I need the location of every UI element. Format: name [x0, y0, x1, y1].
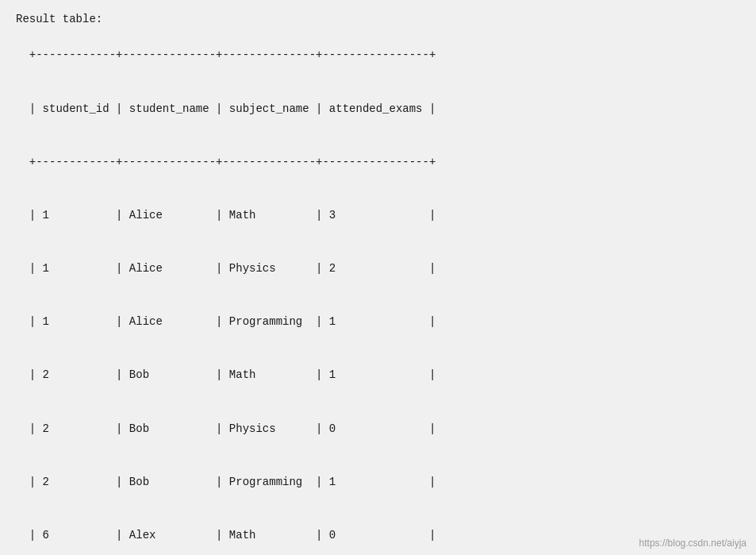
table-row: | 1 | Alice | Math | 3 |: [29, 209, 436, 222]
table-row: | 2 | Bob | Math | 1 |: [29, 368, 436, 381]
table-top-separator: +------------+--------------+-----------…: [29, 48, 436, 61]
table-row: | 2 | Bob | Physics | 0 |: [29, 422, 436, 435]
table-header-separator: +------------+--------------+-----------…: [29, 156, 436, 168]
table-container: +------------+--------------+-----------…: [16, 29, 740, 555]
table-header: | student_id | student_name | subject_na…: [29, 102, 436, 115]
table-row: | 1 | Alice | Physics | 2 |: [29, 262, 436, 275]
watermark: https://blog.csdn.net/aiyja: [639, 538, 746, 549]
table-row: | 6 | Alex | Math | 0 |: [29, 529, 436, 542]
result-label: Result table:: [16, 13, 740, 25]
table-row: | 2 | Bob | Programming | 1 |: [29, 476, 436, 488]
table-row: | 1 | Alice | Programming | 1 |: [29, 315, 436, 328]
